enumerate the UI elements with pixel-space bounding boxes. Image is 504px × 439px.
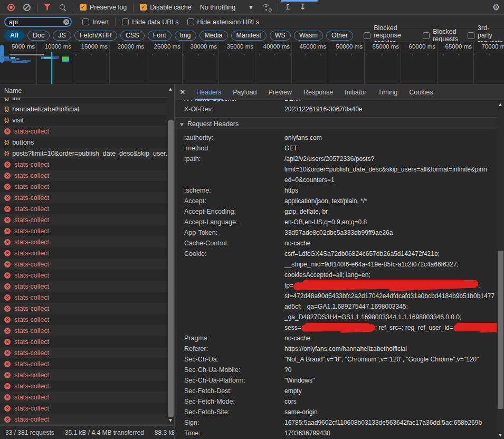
settings-button[interactable]: ⚙ <box>488 0 504 15</box>
request-row[interactable]: ✕stats-collect <box>0 303 174 314</box>
header-row: :scheme:https <box>175 185 497 196</box>
request-row[interactable]: ✕stats-collect <box>0 358 174 369</box>
clear-filter-icon[interactable]: ✕ <box>63 19 69 25</box>
header-value-line: "Windows" <box>284 375 315 386</box>
request-row[interactable]: ✕stats-collect <box>0 170 174 181</box>
waterfall-dot <box>213 54 214 55</box>
request-row[interactable]: {:}buttons <box>0 137 174 148</box>
scroll-down-icon[interactable]: ▼ <box>497 433 504 437</box>
network-conditions-button[interactable]: ⚙ <box>257 0 275 15</box>
invert-checkbox[interactable]: Invert <box>78 15 113 28</box>
header-row: Cookie:csrf=LdfcGX4Sa72db06824c657db26a5… <box>175 249 497 333</box>
request-row[interactable]: ✕stats-collect <box>0 347 174 358</box>
timeline-tick-label: 50000 ms <box>328 43 363 50</box>
filter-input[interactable]: api ✕ <box>4 17 72 27</box>
header-name: Pragma: <box>184 333 284 343</box>
type-filter-js[interactable]: JS <box>53 31 71 41</box>
hide-extension-urls-checkbox[interactable]: Hide extension URLs <box>183 15 263 28</box>
preserve-log-checkbox[interactable]: Preserve log <box>75 0 131 15</box>
request-row[interactable]: ✕stats-collect <box>0 203 174 214</box>
request-row[interactable]: ✕stats-collect <box>0 236 174 247</box>
requests-scrollbar[interactable]: ▲ ▼ <box>167 85 174 424</box>
timeline-overview[interactable]: 5000 ms10000 ms15000 ms20000 ms25000 ms3… <box>0 42 504 84</box>
request-row[interactable]: ✕stats-collect <box>0 214 174 225</box>
error-icon: ✕ <box>4 372 11 378</box>
tab-preview[interactable]: Preview <box>262 84 297 100</box>
type-filter-other[interactable]: Other <box>326 31 353 41</box>
tab-initiator[interactable]: Initiator <box>339 84 372 100</box>
request-row[interactable]: ✕stats-collect <box>0 314 174 325</box>
preserve-log-label: Preserve log <box>90 4 127 11</box>
throttling-select[interactable]: No throttling ▼ <box>196 0 257 15</box>
waterfall-mark <box>16 58 20 60</box>
json-braces-icon: {:} <box>4 117 8 123</box>
search-button[interactable] <box>55 0 71 15</box>
type-filter-manifest[interactable]: Manifest <box>231 31 267 41</box>
tab-payload[interactable]: Payload <box>227 84 262 100</box>
request-row[interactable]: ✕stats-collect <box>0 380 174 392</box>
request-row[interactable]: ✕stats-collect <box>0 181 174 192</box>
scroll-down-icon[interactable]: ▼ <box>167 418 174 423</box>
waterfall-dot <box>259 54 260 55</box>
request-row[interactable]: {:}visit <box>0 114 174 126</box>
type-filter-ws[interactable]: WS <box>270 31 291 41</box>
details-scrollbar[interactable]: ▲ ▼ <box>497 100 504 439</box>
type-filter-fetch-xhr[interactable]: Fetch/XHR <box>74 31 117 41</box>
disable-cache-checkbox[interactable]: Disable cache <box>136 0 196 15</box>
request-row[interactable]: ✕stats-collect <box>0 325 174 336</box>
checkbox-icon <box>468 32 474 39</box>
type-filter-wasm[interactable]: Wasm <box>294 31 323 41</box>
request-name: stats-collect <box>14 283 49 290</box>
request-name: visit <box>12 117 24 124</box>
tab-timing[interactable]: Timing <box>372 84 403 100</box>
request-headers-section-header[interactable]: ▼Request Headers <box>175 118 497 130</box>
type-filter-doc[interactable]: Doc <box>27 31 50 41</box>
checkbox-icon <box>423 32 430 39</box>
scrollbar-thumb[interactable] <box>498 251 503 409</box>
tab-cookies[interactable]: Cookies <box>403 84 439 100</box>
overview-drag-handle[interactable] <box>0 45 4 63</box>
record-button[interactable] <box>3 0 19 15</box>
request-row[interactable]: ✕stats-collect <box>0 259 174 270</box>
tab-headers[interactable]: Headers <box>191 84 227 100</box>
request-row[interactable]: ✕stats-collect <box>0 414 174 425</box>
request-row[interactable]: ✕stats-collect <box>0 369 174 380</box>
filter-checkbox-blocked-requests[interactable]: Blocked requests <box>423 28 458 43</box>
filter-toggle-button[interactable] <box>40 0 55 15</box>
scroll-up-icon[interactable]: ▲ <box>497 102 504 107</box>
request-row[interactable]: ✕stats-collect <box>0 192 174 203</box>
type-filter-media[interactable]: Media <box>199 31 228 41</box>
request-row[interactable]: ✕stats-collect <box>0 270 174 281</box>
request-row[interactable]: ✕stats-collect <box>0 225 174 236</box>
request-row[interactable]: ✕stats-collect <box>0 159 174 170</box>
header-value-line: application/json, text/plain, */* <box>284 196 367 206</box>
type-filter-font[interactable]: Font <box>148 31 172 41</box>
type-filter-all[interactable]: All <box>4 30 24 41</box>
timeline-gridline <box>73 42 73 84</box>
request-row[interactable]: ✕stats-collect <box>0 247 174 259</box>
import-har-button[interactable]: ↥ <box>280 0 296 15</box>
request-row[interactable]: {:}hannahelizabethofficial <box>0 103 174 114</box>
request-row[interactable]: {:}init <box>0 98 174 103</box>
request-row[interactable]: ✕stats-collect <box>0 403 174 414</box>
request-row[interactable]: {:}posts?limit=10&order=publish_date_des… <box>0 148 174 159</box>
header-value: no-cache <box>284 333 310 343</box>
request-row[interactable]: ✕stats-collect <box>0 126 174 137</box>
scroll-up-icon[interactable]: ▲ <box>167 87 174 91</box>
request-row[interactable]: ✕stats-collect <box>0 392 174 403</box>
type-filter-img[interactable]: Img <box>175 31 196 41</box>
scrollbar-thumb[interactable] <box>168 120 174 417</box>
close-icon[interactable]: ✕ <box>175 88 191 96</box>
hide-data-urls-checkbox[interactable]: Hide data URLs <box>118 15 183 28</box>
type-filter-css[interactable]: CSS <box>120 31 145 41</box>
request-row[interactable]: ✕stats-collect <box>0 292 174 303</box>
name-column-header[interactable]: Name <box>0 84 174 98</box>
tab-response[interactable]: Response <box>298 84 339 100</box>
header-value: 33d57ade8c02dbc5a333db99ff9ae26a <box>284 227 393 238</box>
export-har-button[interactable]: ↧ <box>296 0 311 15</box>
request-row[interactable]: ✕stats-collect <box>0 281 174 292</box>
request-name: stats-collect <box>14 128 49 135</box>
invert-label: Invert <box>92 18 109 26</box>
clear-button[interactable] <box>19 0 35 15</box>
request-row[interactable]: ✕stats-collect <box>0 336 174 347</box>
